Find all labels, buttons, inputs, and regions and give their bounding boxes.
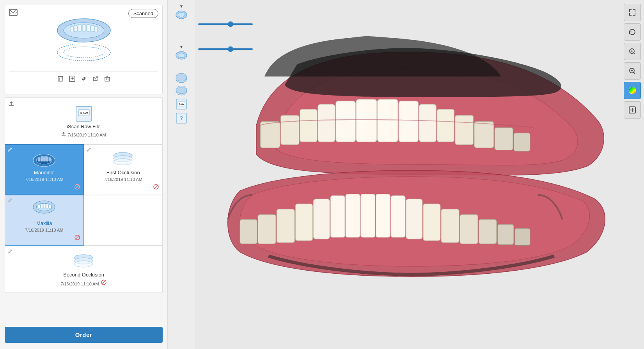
svg-point-107 — [629, 87, 636, 94]
grid-spacer — [84, 195, 163, 246]
teeth-preview-bottom — [53, 44, 115, 66]
svg-rect-18 — [105, 77, 110, 81]
svg-rect-43 — [43, 204, 46, 208]
svg-line-47 — [75, 236, 79, 239]
scan-item-iscan-raw[interactable]: RAW iScan Raw File 7/16/2019 11:10 AM — [5, 97, 163, 144]
add-point-button[interactable] — [624, 101, 641, 119]
chevron-down-top[interactable]: ▼ — [179, 4, 184, 9]
no-sign-mandible — [74, 184, 80, 191]
svg-rect-74 — [399, 101, 418, 142]
svg-line-103 — [634, 53, 635, 55]
pencil-white-icon — [7, 147, 12, 153]
svg-rect-84 — [258, 214, 276, 244]
sliders-overlay — [195, 23, 253, 50]
svg-rect-7 — [87, 25, 90, 31]
iscan-raw-date: 7/16/2019 11:10 AM — [67, 133, 106, 137]
second-occlusion-date: 7/16/2019 11:10 AM — [60, 282, 99, 286]
svg-point-10 — [57, 44, 110, 61]
mandible-label: Mandible — [34, 170, 55, 175]
svg-text:RAW: RAW — [179, 103, 184, 105]
no-sign-first-occlusion — [153, 184, 159, 191]
svg-rect-93 — [406, 199, 422, 239]
slider-bottom-arch[interactable] — [198, 48, 253, 50]
svg-rect-29 — [43, 157, 46, 161]
slider-group-top: ▼ — [169, 4, 193, 19]
maxilla-label: Maxilla — [36, 220, 52, 226]
svg-rect-80 — [514, 133, 530, 151]
svg-rect-30 — [46, 157, 48, 161]
first-occlusion-label: First Occlusion — [106, 170, 140, 175]
mandible-date: 7/16/2019 11:10 AM — [25, 177, 63, 182]
pencil-light-icon — [7, 198, 12, 204]
toolbar-icons — [9, 71, 158, 83]
teeth-preview-top — [53, 17, 115, 46]
add-scan-icon[interactable] — [69, 76, 75, 83]
svg-rect-78 — [474, 121, 494, 148]
svg-point-56 — [178, 53, 185, 58]
delete-icon[interactable] — [104, 76, 110, 83]
svg-line-33 — [75, 185, 79, 189]
svg-rect-82 — [378, 100, 387, 141]
teeth-3d-viewport — [195, 0, 644, 349]
svg-rect-96 — [460, 214, 478, 244]
teeth-3d-svg — [195, 0, 644, 349]
svg-rect-94 — [423, 204, 440, 241]
zoom-in-button[interactable] — [624, 43, 641, 60]
raw-file-icon: RAW — [74, 106, 94, 122]
svg-line-106 — [634, 73, 635, 74]
first-occlusion-date: 7/16/2019 11:10 AM — [104, 177, 142, 182]
svg-rect-45 — [49, 204, 51, 208]
scan-item-mandible[interactable]: Mandible 7/16/2019 11:10 AM — [5, 144, 84, 195]
svg-rect-5 — [78, 25, 82, 31]
svg-rect-12 — [58, 76, 63, 81]
slider-top-arch[interactable] — [198, 23, 253, 25]
svg-rect-85 — [277, 209, 295, 243]
svg-rect-86 — [295, 204, 312, 241]
order-button[interactable]: Order — [5, 327, 163, 343]
scan-grid: Mandible 7/16/2019 11:10 AM — [5, 144, 163, 246]
other-icons: RAW ? — [169, 73, 193, 124]
svg-text:RAW: RAW — [80, 111, 88, 115]
svg-rect-3 — [70, 27, 73, 32]
link-icon[interactable] — [81, 76, 87, 83]
svg-point-60 — [176, 86, 187, 94]
svg-rect-31 — [49, 158, 51, 161]
edit-icon[interactable] — [57, 76, 64, 83]
scan-item-maxilla[interactable]: Maxilla 7/16/2019 11:10 AM — [5, 195, 84, 246]
external-link-icon[interactable] — [92, 76, 99, 83]
email-icon[interactable] — [9, 9, 18, 18]
first-occlusion-icon — [110, 149, 136, 168]
svg-rect-91 — [376, 194, 390, 237]
slider-panel: ▼ ▼ — [168, 0, 195, 349]
fullscreen-button[interactable] — [624, 4, 641, 21]
svg-rect-90 — [361, 194, 375, 237]
refresh-button[interactable] — [624, 23, 641, 41]
svg-rect-70 — [318, 105, 335, 142]
svg-rect-42 — [41, 204, 43, 208]
right-toolbar — [621, 0, 644, 349]
svg-rect-71 — [336, 101, 355, 142]
arch-icon-3 — [175, 73, 188, 83]
scan-item-second-occlusion[interactable]: Second Occlusion 7/16/2019 11:10 AM — [5, 246, 163, 292]
slider-group-bottom: ▼ — [169, 44, 193, 60]
mandible-icon — [32, 149, 57, 168]
arch-icon-2 — [175, 50, 188, 60]
svg-text:?: ? — [180, 115, 183, 121]
scan-item-first-occlusion[interactable]: First Occlusion 7/16/2019 11:10 AM — [84, 144, 163, 195]
left-panel: Scanned — [0, 0, 168, 349]
zoom-fit-button[interactable] — [624, 62, 641, 80]
maxilla-icon — [32, 199, 57, 219]
order-button-wrap: Order — [0, 322, 167, 349]
color-map-button[interactable] — [624, 82, 641, 99]
svg-rect-98 — [497, 224, 514, 244]
upload-small-icon — [61, 132, 66, 136]
svg-rect-81 — [357, 100, 365, 141]
svg-rect-97 — [479, 220, 497, 244]
svg-point-105 — [631, 70, 633, 71]
svg-rect-4 — [74, 25, 77, 32]
chevron-down-bottom[interactable]: ▼ — [179, 44, 184, 49]
unknown-icon: ? — [175, 112, 188, 124]
svg-rect-69 — [300, 109, 317, 142]
svg-rect-41 — [38, 204, 40, 208]
pencil-gray-icon — [87, 147, 92, 153]
